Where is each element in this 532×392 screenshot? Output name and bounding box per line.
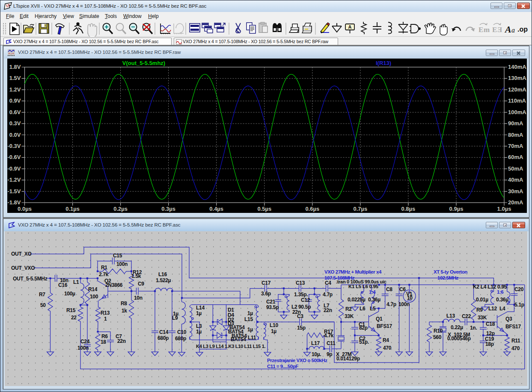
svg-text:22n: 22n	[324, 307, 332, 313]
svg-text:-1.5V: -1.5V	[7, 188, 21, 195]
svg-text:0.9V: 0.9V	[9, 97, 21, 104]
svg-text:-1.8V: -1.8V	[7, 199, 21, 206]
svg-text:1.522µ: 1.522µ	[156, 277, 171, 283]
svg-text:K1 L5 L6 0.95: K1 L5 L6 0.95	[348, 284, 379, 289]
svg-text:C24: C24	[80, 339, 90, 345]
svg-text:9p: 9p	[327, 351, 332, 357]
svg-text:BAT54: BAT54	[231, 336, 246, 342]
svg-text:E: E	[492, 26, 497, 34]
svg-text:90mA: 90mA	[508, 120, 523, 127]
svg-text:R9: R9	[476, 307, 483, 313]
svg-text:C11 = 9....50pF: C11 = 9....50pF	[267, 364, 298, 369]
svg-text:0.4µs: 0.4µs	[209, 206, 223, 212]
svg-text:C10: C10	[177, 329, 187, 335]
svg-text:L15: L15	[244, 316, 253, 322]
svg-text:5.1p: 5.1p	[514, 302, 524, 308]
svg-text:12p: 12p	[486, 330, 495, 336]
svg-text:1µ: 1µ	[196, 329, 202, 335]
svg-text:2N3866: 2N3866	[105, 282, 123, 288]
svg-text:R4: R4	[383, 337, 389, 343]
svg-text:0.36µ: 0.36µ	[368, 297, 380, 303]
svg-text:120mA: 120mA	[508, 86, 526, 93]
svg-text:a: a	[511, 27, 515, 34]
svg-text:33K: 33K	[478, 315, 487, 321]
svg-text:K4 L3 L9 L14 1.K3 L10 L11 L15: K4 L3 L9 L14 1.K3 L10 L11 L15 1.	[196, 344, 265, 349]
svg-text:100n: 100n	[398, 301, 410, 307]
svg-text:C9: C9	[138, 281, 144, 287]
svg-text:L3: L3	[196, 323, 202, 329]
svg-text:OUT_VXO: OUT_VXO	[11, 265, 35, 271]
svg-text:C14: C14	[159, 329, 169, 335]
svg-text:40mA: 40mA	[508, 177, 523, 183]
svg-text:I(R13): I(R13)	[376, 60, 391, 66]
svg-text:80mA: 80mA	[508, 132, 523, 138]
svg-text:L17: L17	[311, 340, 320, 346]
svg-text:680p: 680p	[158, 335, 169, 341]
svg-text:30mA: 30mA	[508, 188, 523, 195]
svg-text:130mA: 130mA	[508, 75, 526, 81]
svg-text:1k: 1k	[122, 308, 127, 314]
svg-text:Q1: Q1	[376, 316, 383, 322]
svg-text:0.5µs: 0.5µs	[257, 206, 271, 212]
svg-text:OUT_5-5.5MHz: OUT_5-5.5MHz	[13, 276, 48, 282]
svg-text:10: 10	[407, 295, 413, 301]
svg-text:50mA: 50mA	[508, 165, 523, 172]
svg-text:93.5p: 93.5p	[266, 304, 279, 310]
svg-text:C16: C16	[58, 282, 68, 288]
svg-text:60mA: 60mA	[508, 154, 523, 160]
svg-text:4.7k: 4.7k	[324, 333, 334, 339]
svg-text:Przestrajanie VXO o 500kHz: Przestrajanie VXO o 500kHz	[267, 358, 327, 363]
svg-text:33K: 33K	[345, 313, 354, 319]
svg-text:0.22µ: 0.22µ	[451, 324, 463, 330]
svg-text:100n: 100n	[77, 345, 89, 351]
svg-text:BFS17: BFS17	[377, 323, 392, 329]
svg-text:560: 560	[433, 334, 442, 340]
svg-text:C22: C22	[462, 313, 471, 319]
svg-text:R13: R13	[101, 310, 110, 316]
svg-text:0.0µs: 0.0µs	[18, 206, 32, 212]
svg-text:51p.: 51p.	[359, 339, 369, 345]
svg-text:1µ: 1µ	[196, 310, 202, 316]
svg-text:L6: L6	[360, 306, 366, 312]
svg-text:0.6V: 0.6V	[9, 109, 21, 115]
svg-text:-1.2V: -1.2V	[7, 177, 21, 183]
svg-text:A: A	[504, 24, 511, 35]
svg-text:82p: 82p	[359, 325, 368, 331]
svg-text:1.5V: 1.5V	[9, 75, 21, 81]
svg-text:1: 1	[104, 316, 107, 322]
svg-text:2.7k: 2.7k	[99, 271, 109, 277]
svg-text:C11: C11	[327, 340, 336, 346]
svg-text:C18: C18	[486, 321, 495, 327]
svg-text:L1: L1	[73, 279, 79, 285]
svg-text:0.8µs: 0.8µs	[401, 206, 416, 212]
svg-text:1.5k: 1.5k	[131, 273, 141, 279]
svg-text:L16: L16	[158, 271, 167, 277]
svg-text:100: 100	[90, 294, 98, 300]
svg-text:L14: L14	[196, 305, 205, 311]
svg-text:0.36µ: 0.36µ	[496, 297, 508, 303]
svg-text:L11: L11	[248, 335, 256, 341]
svg-text:0.9µs: 0.9µs	[449, 206, 464, 212]
svg-text:R2: R2	[345, 306, 352, 312]
svg-text:Ǝ: Ǝ	[497, 26, 502, 34]
svg-text:22n: 22n	[292, 309, 301, 315]
svg-text:R10: R10	[434, 328, 443, 334]
svg-text:100mA: 100mA	[508, 109, 526, 115]
svg-text:1.35p.: 1.35p.	[294, 292, 308, 298]
svg-text:22: 22	[71, 315, 77, 321]
svg-text:1µ: 1µ	[271, 328, 276, 334]
svg-text:18p: 18p	[485, 341, 494, 347]
svg-text:10n: 10n	[134, 295, 143, 301]
svg-text:R14: R14	[88, 286, 98, 292]
svg-text:0.2µs: 0.2µs	[113, 206, 128, 212]
svg-text:V(out_5-5.5mhz): V(out_5-5.5mhz)	[122, 60, 165, 66]
svg-text:R15: R15	[66, 307, 76, 313]
svg-text:10µ.: 10µ.	[312, 351, 321, 357]
svg-text:L10: L10	[270, 322, 278, 328]
svg-text:R8: R8	[121, 301, 127, 307]
svg-text:C12: C12	[301, 297, 310, 303]
svg-text:70mA: 70mA	[508, 143, 523, 149]
svg-text:1.0µs: 1.0µs	[497, 206, 511, 212]
svg-text:BFS17: BFS17	[505, 324, 521, 330]
svg-text:C4: C4	[325, 280, 331, 286]
